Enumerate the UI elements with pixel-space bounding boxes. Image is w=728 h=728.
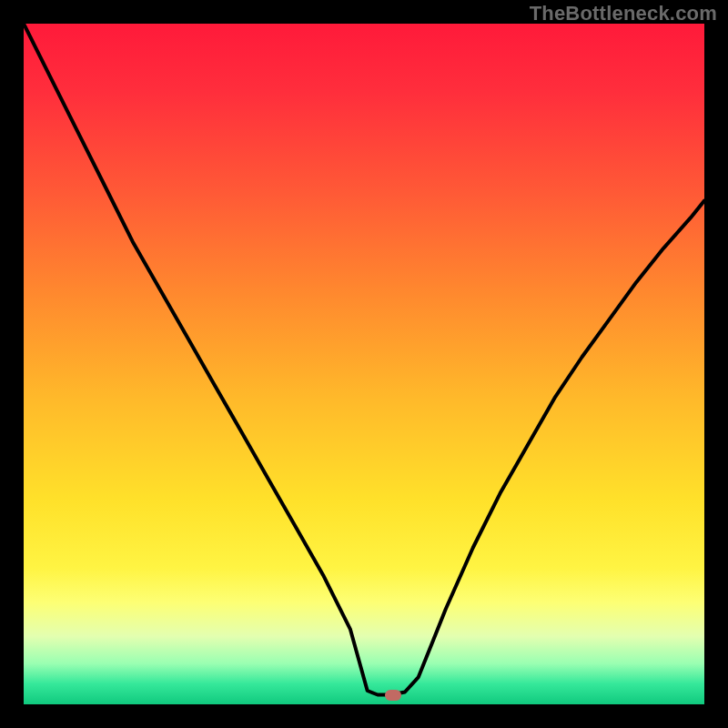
watermark-text: TheBottleneck.com: [530, 2, 717, 25]
optimal-point-marker: [385, 690, 401, 701]
bottleneck-curve: [24, 24, 704, 704]
plot-area: [24, 24, 704, 704]
chart-frame: TheBottleneck.com: [0, 0, 728, 728]
